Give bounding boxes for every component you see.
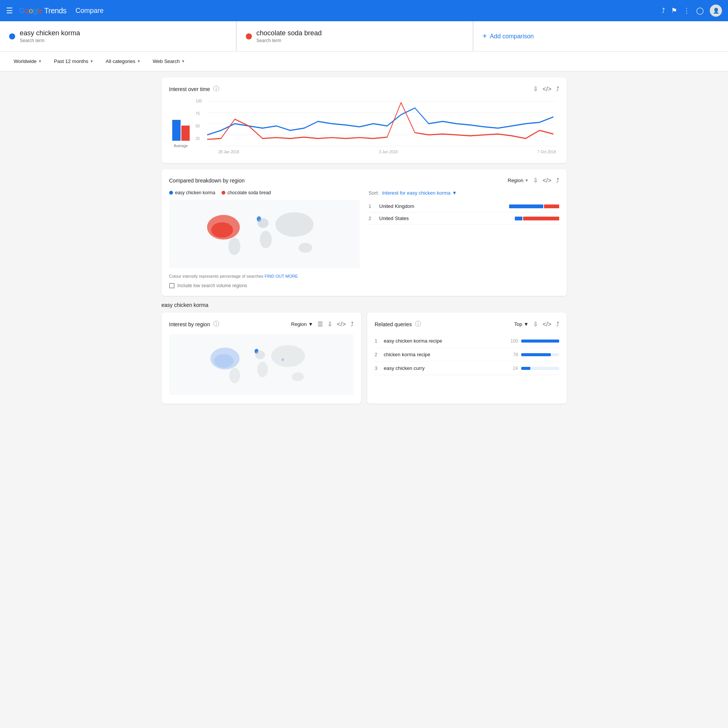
average-bars <box>172 120 190 141</box>
rq-code-icon[interactable]: </> <box>542 321 551 328</box>
ibr-download-icon[interactable]: ⇩ <box>327 321 332 328</box>
rq-row3-value: 24 <box>507 366 518 371</box>
sort-row: Sort: Interest for easy chicken korma ▼ <box>369 190 559 196</box>
region-dropdown[interactable]: Region ▼ <box>508 178 528 183</box>
geo-filter-label: Worldwide <box>14 58 36 64</box>
rq-row2-value: 78 <box>507 352 518 357</box>
breakdown-actions: Region ▼ ⇩ </> ⤴ <box>508 177 559 184</box>
ibr-region-dropdown[interactable]: Region ▼ <box>291 321 313 327</box>
flag-icon[interactable]: ⚑ <box>671 6 677 15</box>
line-chart-svg <box>207 99 556 148</box>
breakdown-download-icon[interactable]: ⇩ <box>533 177 538 184</box>
rq-download-icon[interactable]: ⇩ <box>533 321 538 328</box>
section-title: easy chicken korma <box>162 302 567 308</box>
ibr-help-icon[interactable]: ⓘ <box>213 320 219 328</box>
cat-chevron-icon: ▼ <box>137 59 141 63</box>
breakdown-code-icon[interactable]: </> <box>542 177 551 184</box>
region-label: Region <box>508 178 523 183</box>
find-out-more-link[interactable]: FIND OUT MORE <box>264 274 298 278</box>
search-terms-bar: easy chicken korma Search term chocolate… <box>0 21 728 52</box>
add-comparison-button[interactable]: + Add comparison <box>473 21 728 51</box>
two-col-layout: Interest by region ⓘ Region ▼ ☰ ⇩ </> ⤴ <box>162 313 567 404</box>
type-filter-label: Web Search <box>153 58 180 64</box>
breakdown-header: Compared breakdown by region Region ▼ ⇩ … <box>169 177 559 184</box>
avg-bar-red <box>181 126 190 141</box>
iot-title-row: Interest over time ⓘ <box>169 85 219 93</box>
type-filter[interactable]: Web Search ▼ <box>148 56 190 66</box>
type-chevron-icon: ▼ <box>181 59 185 63</box>
rq-title: Related queries <box>375 321 412 327</box>
iot-share-icon[interactable]: ⤴ <box>556 86 559 93</box>
geo-filter[interactable]: Worldwide ▼ <box>9 56 46 66</box>
ibr-share-icon[interactable]: ⤴ <box>351 321 354 328</box>
y-label-50: 50 <box>196 124 207 128</box>
filters-bar: Worldwide ▼ Past 12 months ▼ All categor… <box>0 52 728 71</box>
ibr-title: Interest by region <box>169 321 210 327</box>
ibr-list-icon[interactable]: ☰ <box>318 321 323 328</box>
rq-top-dropdown[interactable]: Top ▼ <box>514 321 529 327</box>
cat-filter[interactable]: All categories ▼ <box>101 56 145 66</box>
rq-row1-num: 1 <box>375 338 381 344</box>
region-row1-red-bar <box>544 204 559 208</box>
bottom-section: easy chicken korma Interest by region ⓘ … <box>162 302 567 404</box>
related-row-3: 3 easy chicken curry 24 <box>375 362 559 375</box>
region-row2-bars <box>515 217 559 220</box>
x-axis-labels: 28 Jan 2018 3 Jun 2018 7 Oct 2018 <box>219 148 556 156</box>
red-trend-line <box>207 102 553 139</box>
blue-trend-line <box>207 108 553 135</box>
x-label-oct: 7 Oct 2018 <box>538 150 556 154</box>
region-row1-name: United Kingdom <box>379 203 505 209</box>
search-term-2[interactable]: chocolate soda bread Search term <box>236 21 473 51</box>
search-term-1[interactable]: easy chicken korma Search term <box>0 21 236 51</box>
rq-row3-name: easy chicken curry <box>384 365 504 371</box>
iot-download-icon[interactable]: ⇩ <box>533 85 538 93</box>
usa-shape <box>211 222 233 237</box>
region-row2-blue-bar <box>515 217 522 220</box>
related-queries-card: Related queries ⓘ Top ▼ ⇩ </> ⤴ 1 <box>367 313 567 404</box>
rq-share-icon[interactable]: ⤴ <box>556 321 559 328</box>
sort-label: Sort: <box>369 190 379 196</box>
header-right: ⤴ ⚑ ⋮ ◯ 👤 <box>662 5 722 17</box>
ibr-code-icon[interactable]: </> <box>337 321 346 328</box>
menu-icon[interactable]: ☰ <box>6 6 13 15</box>
account-icon[interactable]: ◯ <box>696 6 704 15</box>
rq-help-icon[interactable]: ⓘ <box>415 320 421 328</box>
ibr-africa <box>257 362 268 377</box>
chart-legend-left: Average <box>172 120 190 148</box>
region-row2-red-bar <box>523 217 559 220</box>
legend-item-blue: easy chicken korma <box>169 190 215 195</box>
rq-row1-value: 100 <box>507 338 518 344</box>
apps-icon[interactable]: ⋮ <box>683 6 690 15</box>
share-icon[interactable]: ⤴ <box>662 7 665 15</box>
rq-row2-bar-bg <box>521 353 559 356</box>
rq-row3-bar-fill <box>521 367 530 370</box>
sort-value[interactable]: Interest for easy chicken korma ▼ <box>382 190 457 196</box>
x-label-jun: 3 Jun 2018 <box>379 150 398 154</box>
y-label-100: 100 <box>196 99 207 103</box>
region-row2-name: United States <box>379 215 510 221</box>
breakdown-share-icon[interactable]: ⤴ <box>556 177 559 184</box>
chart-container: Average 100 75 50 25 <box>169 99 559 156</box>
map-note: Colour intensity represents percentage o… <box>169 274 360 278</box>
rq-top-label: Top <box>514 321 522 327</box>
iot-card-header: Interest over time ⓘ ⇩ </> ⤴ <box>169 85 559 93</box>
line-chart-svg-container: 28 Jan 2018 3 Jun 2018 7 Oct 2018 <box>207 99 556 156</box>
map-legend: easy chicken korma chocolate soda bread <box>169 190 360 195</box>
time-filter-label: Past 12 months <box>54 58 88 64</box>
term2-info: chocolate soda bread Search term <box>256 29 322 43</box>
avatar[interactable]: 👤 <box>710 5 722 17</box>
low-volume-checkbox-row: Include low search volume regions <box>169 283 360 288</box>
cat-filter-label: All categories <box>106 58 135 64</box>
add-comparison-label: Add comparison <box>490 33 534 40</box>
iot-code-icon[interactable]: </> <box>542 86 551 93</box>
region-row1-bars <box>509 204 559 208</box>
iot-help-icon[interactable]: ⓘ <box>213 85 219 93</box>
term2-dot <box>246 33 252 39</box>
region-chevron-icon: ▼ <box>525 178 528 182</box>
time-filter[interactable]: Past 12 months ▼ <box>49 56 98 66</box>
related-row-2: 2 chicken korma recipe 78 <box>375 348 559 362</box>
term2-name: chocolate soda bread <box>256 29 322 37</box>
header-left: ☰ Google Trends Compare <box>6 6 104 15</box>
low-volume-checkbox[interactable] <box>169 283 175 288</box>
ibr-title-row: Interest by region ⓘ <box>169 320 219 328</box>
